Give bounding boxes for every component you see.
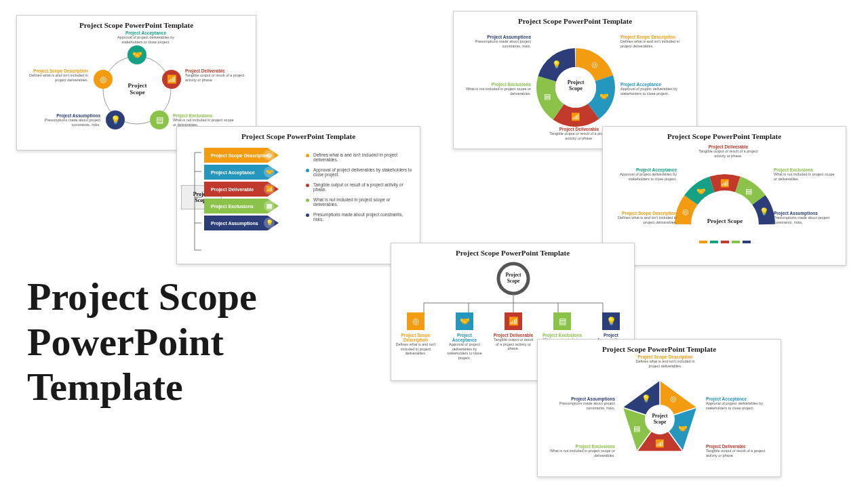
- bullet-deliv: Tangible output or result of a project a…: [313, 182, 413, 192]
- label-accept: Project Acceptance: [112, 30, 180, 35]
- svg-text:🤝: 🤝: [678, 424, 688, 433]
- desc-deliv: Tangible output or result of a project a…: [185, 73, 250, 82]
- arrow-desc: Project Scope Description◎: [204, 148, 279, 163]
- svg-text:💡: 💡: [552, 60, 561, 69]
- label-accept: Project Acceptance: [444, 333, 485, 342]
- desc-desc: Defines what is and isn't included in pr…: [620, 39, 688, 48]
- desc-assum: Presumptions made about project constrai…: [774, 216, 838, 224]
- label-desc: Project Scope Description: [631, 354, 699, 359]
- sq-excl: ▤: [553, 312, 571, 330]
- desc-assum: Presumptions made about project constrai…: [547, 401, 615, 410]
- label-excl: Project Exclusions: [774, 167, 838, 172]
- bulb-icon: 💡: [111, 115, 121, 125]
- svg-text:▤: ▤: [745, 187, 752, 195]
- bullet-assum: Presumptions made about project constrai…: [313, 212, 413, 222]
- node-excl: ▤: [150, 110, 169, 129]
- document-icon: ▤: [264, 201, 275, 211]
- svg-text:▤: ▤: [633, 424, 640, 432]
- label-accept: Project Acceptance: [620, 82, 688, 87]
- target-icon: ◎: [100, 75, 106, 85]
- label-desc: Project Scope Description: [612, 211, 677, 216]
- handshake-icon: 🤝: [460, 317, 470, 327]
- bullet-desc: Defines what is and isn't included in pr…: [313, 152, 413, 162]
- desc-assum: Presumptions made about project constrai…: [36, 118, 100, 127]
- bulb-icon: 💡: [606, 317, 616, 327]
- label-deliv: Project Deliverable: [706, 444, 774, 449]
- arrow-accept: Project Acceptance🤝: [204, 165, 279, 180]
- label-assum: Project Assumptions: [463, 35, 531, 39]
- center-label: Project Scope: [646, 413, 673, 425]
- label-assum: Project Assumptions: [36, 113, 100, 118]
- arrow-assum: Project Assumptions💡: [204, 216, 279, 230]
- label-excl: Project Exclusions: [547, 444, 615, 449]
- desc-assum: Presumptions made about project constrai…: [463, 39, 531, 48]
- desc-desc: Defines what is and isn't included in pr…: [24, 73, 88, 82]
- desc-excl: What is not included in project scope or…: [463, 87, 531, 96]
- sq-deliv: 📶: [505, 312, 522, 330]
- svg-text:💡: 💡: [642, 394, 651, 403]
- label-deliv: Project Deliverable: [698, 144, 759, 149]
- arrow-excl: Project Exclusions▤: [204, 199, 279, 214]
- desc-excl: What is not included in project scope or…: [547, 449, 615, 458]
- slide-title: Project Scope PowerPoint Template: [177, 127, 420, 143]
- desc-desc: Defines what is and isn't included in pr…: [612, 216, 677, 224]
- svg-text:🤝: 🤝: [696, 186, 706, 196]
- label-desc: Project Scope Description: [620, 35, 688, 39]
- bulb-icon: 💡: [264, 218, 275, 228]
- svg-text:◎: ◎: [670, 394, 677, 403]
- desc-accept: Approval of project deliverables by stak…: [706, 401, 774, 410]
- sq-accept: 🤝: [456, 312, 473, 330]
- label-excl: Project Exclusions: [173, 113, 237, 118]
- svg-text:🤝: 🤝: [599, 92, 609, 101]
- main-title: Project Scope PowerPoint Template: [27, 274, 257, 410]
- desc-desc: Defines what is and isn't included in pr…: [631, 359, 699, 368]
- desc-accept: Approval of project deliverables by stak…: [444, 342, 485, 360]
- label-excl: Project Exclusions: [542, 333, 583, 338]
- title-line1: Project Scope PowerPoint Template: [27, 274, 257, 409]
- label-accept: Project Acceptance: [706, 396, 774, 401]
- label-assum: Project Assumptions: [547, 396, 615, 401]
- sq-assum: 💡: [602, 312, 620, 330]
- desc-deliv: Tangible output or result of a project a…: [549, 131, 610, 140]
- desc-accept: Approval of project deliverables by stak…: [112, 35, 180, 44]
- desc-accept: Approval of project deliverables by stak…: [620, 87, 688, 96]
- label-desc: Project Scope Description: [395, 333, 436, 342]
- node-assum: 💡: [106, 110, 125, 129]
- sq-desc: ◎: [407, 312, 425, 330]
- center-label: Project Scope: [119, 82, 156, 96]
- desc-excl: What is not included in project scope or…: [774, 172, 838, 181]
- signal-icon: 📶: [167, 75, 177, 85]
- slide-gauge: Project Scope PowerPoint Template ◎ 🤝 📶 …: [602, 126, 846, 266]
- signal-icon: 📶: [264, 184, 275, 195]
- label-assum: Project Assumptions: [774, 211, 838, 216]
- label-deliv: Project Deliverable: [549, 127, 610, 131]
- desc-deliv: Tangible output or result of a project a…: [493, 338, 534, 351]
- target-icon: ◎: [412, 317, 419, 327]
- arrow-deliv: Project Deliverable📶: [204, 182, 279, 197]
- document-icon: ▤: [559, 317, 566, 327]
- label-excl: Project Exclusions: [463, 82, 531, 87]
- label-accept: Project Acceptance: [612, 167, 677, 172]
- label-deliv: Project Deliverable: [493, 333, 534, 338]
- slide-title: Project Scope PowerPoint Template: [538, 340, 781, 356]
- target-icon: ◎: [264, 150, 275, 161]
- slide-title: Project Scope PowerPoint Template: [603, 127, 846, 143]
- slide-title: Project Scope PowerPoint Template: [454, 12, 696, 28]
- desc-deliv: Tangible output or result of a project a…: [698, 149, 759, 158]
- slide-arrows: Project Scope PowerPoint Template Projec…: [176, 126, 420, 264]
- center-label: Project Scope: [559, 79, 592, 92]
- node-accept: 🤝: [127, 45, 146, 64]
- desc-accept: Approval of project deliverables by stak…: [612, 172, 677, 181]
- desc-desc: Defines what is and isn't included in pr…: [395, 342, 436, 356]
- handshake-icon: 🤝: [264, 167, 275, 178]
- bullet-excl: What is not included in project scope or…: [313, 197, 413, 207]
- svg-text:📶: 📶: [720, 178, 730, 188]
- node-desc: ◎: [94, 70, 113, 89]
- label-deliv: Project Deliverable: [185, 68, 250, 73]
- svg-text:📶: 📶: [655, 439, 665, 448]
- legend-bar: [698, 241, 752, 243]
- svg-text:💡: 💡: [760, 207, 769, 216]
- slide-title: Project Scope PowerPoint Template: [17, 16, 256, 32]
- label-desc: Project Scope Description: [24, 68, 88, 73]
- document-icon: ▤: [156, 115, 163, 125]
